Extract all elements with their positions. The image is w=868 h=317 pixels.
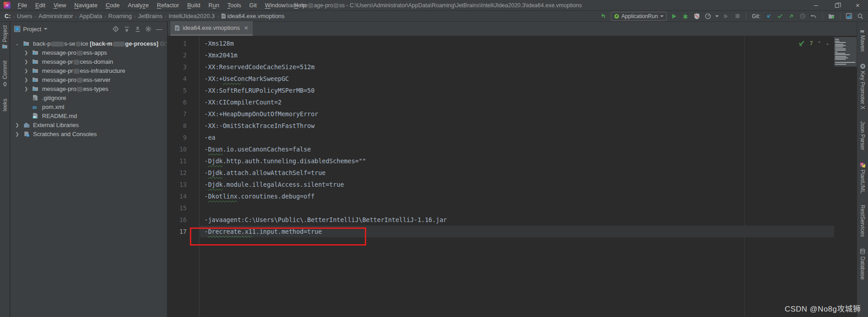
coverage-button[interactable] [693, 12, 701, 20]
tree-row[interactable]: ❯message-proess-types [10, 84, 167, 93]
code-line-6[interactable]: 6-XX:CICompilerCount=2 [168, 96, 834, 108]
menu-refactor[interactable]: Refactor [153, 0, 183, 10]
minimize-button[interactable] [806, 0, 826, 11]
code-line-14[interactable]: 14-Dkotlinx.coroutines.debug=off [168, 190, 834, 202]
tree-row[interactable]: ❯message-proess-apps [10, 48, 167, 57]
menu-view[interactable]: View [49, 0, 70, 10]
menu-window[interactable]: Window [261, 0, 290, 10]
menu-git[interactable]: Git [245, 0, 261, 10]
toolwindow-button-maven[interactable]: mMaven [859, 28, 866, 52]
menu-edit[interactable]: Edit [31, 0, 49, 10]
search-icon[interactable] [856, 12, 864, 20]
locate-file-button[interactable] [112, 25, 120, 33]
toolwindow-button-leeks[interactable]: leeks [2, 99, 8, 111]
chevron-right-icon[interactable]: ❯ [13, 132, 22, 137]
code-line-2[interactable]: 2-Xmx2041m [168, 49, 834, 61]
code-line-5[interactable]: 5-XX:SoftRefLRUPolicyMSPerMB=50 [168, 85, 834, 96]
open-folder-icon[interactable] [827, 12, 835, 20]
menu-tools[interactable]: Tools [223, 0, 245, 10]
toolwindow-button-project[interactable]: Project [2, 25, 8, 49]
tree-row[interactable]: ❯External Libraries [10, 120, 167, 129]
code-line-1[interactable]: 1-Xms128m [168, 38, 834, 49]
profiler-button[interactable] [704, 12, 712, 20]
tree-row[interactable]: ❯message-proess-server [10, 75, 167, 84]
code-line-7[interactable]: 7-XX:+HeapDumpOnOutOfMemoryError [168, 108, 834, 120]
code-minimap[interactable] [834, 37, 857, 66]
chevron-right-icon[interactable]: ❯ [22, 77, 31, 82]
expand-all-button[interactable] [123, 25, 131, 33]
toolwindow-button-restservices[interactable]: RestServices [859, 205, 866, 237]
code-line-12[interactable]: 12-Djdk.attach.allowAttachSelf=true [168, 167, 834, 179]
code-line-9[interactable]: 9-ea [168, 132, 834, 143]
code-line-13[interactable]: 13-Djdk.module.illegalAccess.silent=true [168, 179, 834, 190]
typo-squiggle: UseCo [223, 75, 241, 82]
settings-gear-icon[interactable] [144, 25, 152, 33]
tree-row[interactable]: ⌄back-ps-seice [back-mge-process] G:\G [10, 39, 167, 48]
next-problem-chevron-icon[interactable]: ⌄ [826, 41, 829, 46]
close-button[interactable]: ✕ [847, 0, 868, 11]
git-commit-button[interactable] [776, 12, 784, 20]
inspections-widget[interactable]: 7 ⌃ ⌄ [798, 40, 830, 47]
profiler-chevron-icon[interactable] [715, 15, 719, 17]
chevron-right-icon[interactable]: ❯ [13, 123, 22, 128]
restore-button[interactable] [826, 0, 847, 11]
tree-row[interactable]: ❯message-press-infrastructure [10, 66, 167, 75]
hide-panel-button[interactable]: — [155, 25, 163, 33]
rollback-button[interactable] [810, 12, 818, 20]
chevron-right-icon[interactable]: ❯ [22, 86, 31, 91]
tree-row[interactable]: ❯Scratches and Consoles [10, 129, 167, 138]
breadcrumb-item[interactable]: IntelliJIdea2020.3 [168, 13, 216, 19]
toolwindow-button-json-parser[interactable]: Json Parser [859, 121, 866, 150]
text-fragment: ss - C:\Users\Administrator\AppData\Roam… [339, 2, 582, 9]
line-number: 6 [168, 96, 199, 108]
green-back-arrow-icon[interactable] [599, 12, 608, 20]
menu-run[interactable]: Run [204, 0, 223, 10]
toolwindow-button-plantuml[interactable]: PlantUML [859, 162, 866, 194]
chevron-right-icon[interactable]: ❯ [22, 50, 31, 55]
code-line-4[interactable]: 4-XX:+UseConcMarkSweepGC [168, 73, 834, 85]
breadcrumb-separator: › [75, 14, 77, 19]
toolwindow-button-key-promoter-x[interactable]: Key Promoter X [859, 63, 866, 109]
debug-button[interactable] [681, 12, 689, 20]
tree-row[interactable]: MDREADME.md [10, 111, 167, 120]
menu-file[interactable]: File [14, 0, 31, 10]
collapse-all-button[interactable] [133, 25, 142, 33]
breadcrumb-item[interactable]: AppData [78, 13, 103, 19]
project-header-title[interactable]: Project [23, 26, 41, 33]
code-line-3[interactable]: 3-XX:ReservedCodeCacheSize=512m [168, 61, 834, 73]
chevron-down-icon[interactable] [44, 28, 47, 30]
run-button[interactable] [670, 12, 678, 20]
chevron-down-icon[interactable]: ⌄ [13, 41, 22, 46]
breadcrumb-file[interactable]: idea64.exe.vmoptions [227, 13, 284, 19]
code-line-10[interactable]: 10-Dsun.io.useCanonCaches=false [168, 143, 834, 155]
breadcrumb-item[interactable]: Users [16, 13, 33, 19]
minimize-icon [814, 5, 818, 6]
prev-problem-chevron-icon[interactable]: ⌃ [817, 41, 821, 46]
menu-build[interactable]: Build [183, 0, 204, 10]
breadcrumb-item[interactable]: Administrator [38, 13, 74, 19]
layout-windows-icon[interactable] [845, 12, 853, 20]
chevron-right-icon[interactable]: ❯ [22, 59, 31, 64]
run-configuration-select[interactable]: ApplicationRun [611, 12, 667, 21]
breadcrumb-item[interactable]: JetBrains [137, 13, 163, 19]
menu-code[interactable]: Code [102, 0, 124, 10]
breadcrumb-item[interactable]: C: [4, 13, 12, 19]
tree-row[interactable]: ❯message-prcess-domain [10, 57, 167, 66]
menu-navigate[interactable]: Navigate [70, 0, 101, 10]
toolwindow-button-commit[interactable]: Commit [2, 61, 8, 86]
tab-idea64-vmoptions[interactable]: idea64.exe.vmoptions ✕ [170, 21, 253, 36]
code-line-11[interactable]: 11-Djdk.http.auth.tunneling.disabledSche… [168, 155, 834, 167]
toolwindow-button-database[interactable]: Database [859, 249, 866, 279]
chevron-right-icon[interactable]: ❯ [22, 68, 31, 73]
tab-close-icon[interactable]: ✕ [244, 25, 248, 31]
tree-row[interactable]: mpom.xml [10, 102, 167, 111]
code-editor[interactable]: 1-Xms128m2-Xmx2041m3-XX:ReservedCodeCach… [168, 36, 834, 317]
code-line-8[interactable]: 8-XX:-OmitStackTraceInFastThrow [168, 120, 834, 132]
code-line-16[interactable]: 16-javaagent:C:\Users\Public\.BetterInte… [168, 214, 834, 226]
git-update-button[interactable] [764, 12, 773, 20]
git-push-button[interactable] [787, 12, 795, 20]
tree-row[interactable]: .gitignore [10, 93, 167, 102]
code-line-15[interactable]: 15 [168, 202, 834, 214]
menu-analyze[interactable]: Analyze [124, 0, 153, 10]
breadcrumb-item[interactable]: Roaming [108, 13, 133, 19]
